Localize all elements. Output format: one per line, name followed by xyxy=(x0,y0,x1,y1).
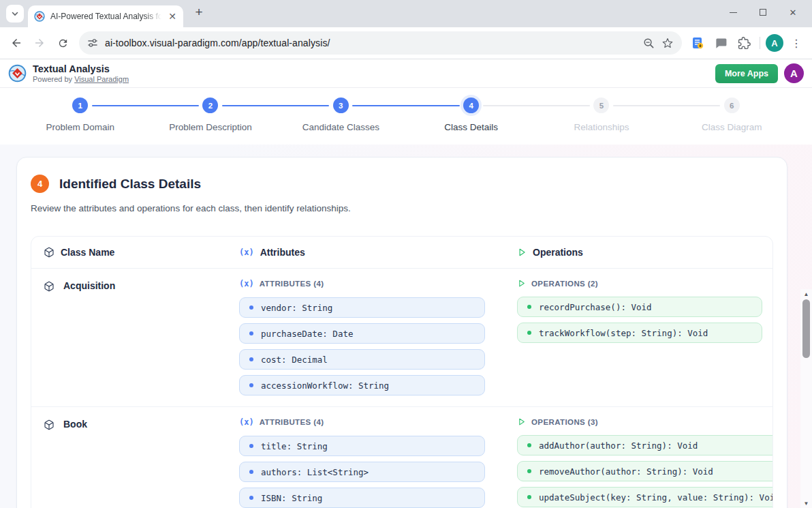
extensions-button[interactable] xyxy=(734,33,754,53)
bullet-dot xyxy=(249,470,253,474)
wizard-stepper: 1 Problem Domain 2 Problem Description 3… xyxy=(0,88,812,143)
app-title: Textual Analysis xyxy=(33,63,129,75)
column-operations: Operations xyxy=(505,237,772,268)
step-label: Candidate Classes xyxy=(302,122,379,132)
bullet-dot xyxy=(249,383,253,387)
bullet-dot xyxy=(527,305,531,309)
back-button[interactable] xyxy=(5,32,27,54)
chip-text: cost: Decimal xyxy=(261,355,328,365)
play-icon xyxy=(517,417,526,426)
browser-tab[interactable]: AI-Powered Textual Analysis for ✕ xyxy=(28,5,183,27)
chip-text: title: String xyxy=(261,441,328,451)
url-text[interactable]: ai-toolbox.visual-paradigm.com/app/textu… xyxy=(105,38,636,48)
attributes-icon: (x) xyxy=(239,417,254,427)
class-table-body: Acquisition (x) ATTRIBUTES (4) vendor: S… xyxy=(31,269,772,508)
stepper-step[interactable]: 4 Class Details xyxy=(406,98,536,143)
operation-chip[interactable]: removeAuthor(author: String): Void xyxy=(517,461,773,481)
more-apps-button[interactable]: More Apps xyxy=(715,64,778,83)
attribute-chip[interactable]: accessionWorkflow: String xyxy=(239,375,485,395)
stepper-step[interactable]: 6 Class Diagram xyxy=(667,98,797,143)
scroll-up-icon[interactable]: ▲ xyxy=(804,289,809,299)
site-settings-icon[interactable] xyxy=(87,38,98,48)
comment-button[interactable] xyxy=(710,33,731,53)
browser-profile-avatar[interactable]: A xyxy=(766,34,783,52)
play-icon xyxy=(517,248,527,257)
page-title: Identified Class Details xyxy=(59,177,201,192)
stepper-step[interactable]: 1 Problem Domain xyxy=(15,98,145,143)
bullet-dot xyxy=(527,331,531,335)
cube-icon xyxy=(44,419,54,430)
step-number: 1 xyxy=(72,98,88,113)
close-button[interactable]: ✕ xyxy=(778,2,808,23)
refresh-button[interactable] xyxy=(52,32,74,54)
user-avatar[interactable]: A xyxy=(784,63,804,83)
stepper-step[interactable]: 5 Relationships xyxy=(536,98,666,143)
stepper-step[interactable]: 3 Candidate Classes xyxy=(276,98,406,143)
table-row: Book (x) ATTRIBUTES (4) title: Stringaut… xyxy=(31,407,772,508)
attribute-chip[interactable]: ISBN: String xyxy=(239,488,485,508)
chip-text: accessionWorkflow: String xyxy=(261,380,389,391)
step-number: 4 xyxy=(463,98,479,113)
step-label: Class Diagram xyxy=(702,122,762,132)
attribute-chip[interactable]: vendor: String xyxy=(239,297,485,318)
step-label: Relationships xyxy=(574,122,629,132)
bullet-dot xyxy=(249,496,253,500)
cube-icon xyxy=(44,281,54,292)
operation-chip[interactable]: trackWorkflow(step: String): Void xyxy=(517,323,762,343)
toolbar-extensions-area: A ⋮ xyxy=(687,33,807,53)
extensions-puzzle-icon xyxy=(738,37,751,50)
step-number: 5 xyxy=(593,98,609,113)
chip-text: addAuthor(author: String): Void xyxy=(539,440,698,451)
chevron-down-icon xyxy=(11,10,19,18)
visual-paradigm-logo xyxy=(8,64,27,83)
page-scrollbar[interactable]: ▲ ▼ xyxy=(800,289,812,508)
reading-mode-button[interactable] xyxy=(687,33,708,53)
operation-chip[interactable]: updateSubject(key: String, value: String… xyxy=(517,487,773,507)
step-label: Class Details xyxy=(444,122,498,132)
section-step-badge: 4 xyxy=(31,175,49,193)
tab-close-icon[interactable]: ✕ xyxy=(167,11,178,22)
page-subtitle: Review the attributes and operations for… xyxy=(31,203,773,213)
chip-text: authors: List<String> xyxy=(261,467,369,477)
step-label: Problem Description xyxy=(169,122,252,132)
attribute-chip[interactable]: authors: List<String> xyxy=(239,462,485,482)
browser-toolbar: ai-toolbox.visual-paradigm.com/app/textu… xyxy=(0,27,812,59)
visual-paradigm-link[interactable]: Visual Paradigm xyxy=(74,75,129,83)
play-icon xyxy=(517,279,526,288)
step-number: 2 xyxy=(202,98,218,113)
zoom-out-icon[interactable] xyxy=(643,38,655,49)
attributes-count-label: ATTRIBUTES (4) xyxy=(260,418,324,426)
minimize-button[interactable] xyxy=(718,2,748,23)
class-table: Class Name (x) Attributes Operations Acq… xyxy=(31,236,773,508)
new-tab-button[interactable]: + xyxy=(190,3,208,21)
class-name: Acquisition xyxy=(63,280,115,291)
table-header: Class Name (x) Attributes Operations xyxy=(31,237,772,269)
chip-text: removeAuthor(author: String): Void xyxy=(539,466,713,477)
tab-title: AI-Powered Textual Analysis for xyxy=(50,12,161,21)
app-header: Textual Analysis Powered by Visual Parad… xyxy=(0,59,812,88)
forward-button[interactable] xyxy=(29,32,50,54)
chip-text: purchaseDate: Date xyxy=(261,329,353,339)
attribute-chip[interactable]: purchaseDate: Date xyxy=(239,323,485,344)
operation-chip[interactable]: recordPurchase(): Void xyxy=(517,297,762,317)
attribute-chip[interactable]: cost: Decimal xyxy=(239,349,485,370)
scrollbar-thumb[interactable] xyxy=(802,299,810,358)
attributes-count-label: ATTRIBUTES (4) xyxy=(260,280,324,288)
attribute-chip[interactable]: title: String xyxy=(239,436,485,456)
tab-search-button[interactable] xyxy=(6,5,24,23)
maximize-button[interactable] xyxy=(748,2,778,23)
bookmark-star-icon[interactable] xyxy=(661,37,674,49)
column-attributes: (x) Attributes xyxy=(227,237,505,268)
url-bar[interactable]: ai-toolbox.visual-paradigm.com/app/textu… xyxy=(79,31,682,55)
scroll-down-icon[interactable]: ▼ xyxy=(804,498,809,508)
column-class-name: Class Name xyxy=(31,237,227,268)
operation-chip[interactable]: addAuthor(author: String): Void xyxy=(517,435,773,455)
bullet-dot xyxy=(249,305,253,310)
chip-text: vendor: String xyxy=(261,303,332,313)
stepper-step[interactable]: 2 Problem Description xyxy=(145,98,275,143)
powered-by: Powered by Visual Paradigm xyxy=(33,75,129,84)
document-download-icon xyxy=(691,36,704,50)
cube-icon xyxy=(44,247,54,258)
bullet-dot xyxy=(249,357,253,361)
browser-menu-button[interactable]: ⋮ xyxy=(786,33,807,53)
